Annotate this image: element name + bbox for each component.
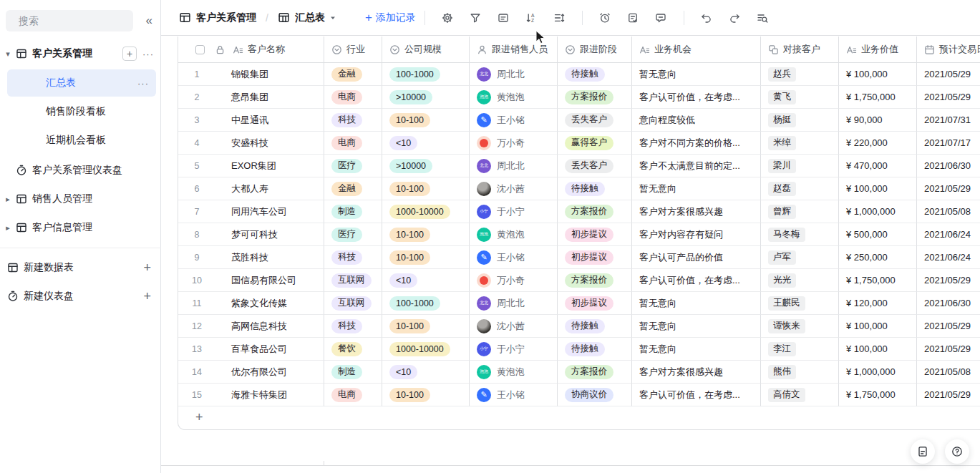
add-row-button[interactable]: + — [178, 406, 980, 429]
opportunity-cell[interactable]: 客户不太满意目前的定... — [632, 155, 761, 177]
contact-cell[interactable]: 马冬梅 — [761, 223, 839, 246]
customer-name-cell[interactable]: 2意昂集团 — [178, 86, 324, 109]
industry-cell[interactable]: 互联网 — [324, 292, 382, 315]
stage-cell[interactable]: 待接触 — [558, 338, 632, 361]
company-size-cell[interactable]: <10 — [382, 269, 470, 292]
industry-cell[interactable]: 餐饮 — [324, 338, 382, 361]
deal-date-cell[interactable]: 2021/05/29 — [917, 338, 980, 361]
new-dashboard-button[interactable]: 新建仪表盘 + — [0, 282, 161, 311]
view-more-icon[interactable]: ··· — [137, 78, 149, 89]
business-value-cell[interactable]: ¥ 220,000 — [839, 132, 917, 155]
customer-name-cell[interactable]: 5EXOR集团 — [178, 155, 324, 177]
deal-date-cell[interactable]: 2021/07/17 — [917, 132, 980, 155]
customer-name-cell[interactable]: 14优尔有限公司 — [178, 361, 324, 384]
business-value-cell[interactable]: ¥ 1,750,000 — [839, 269, 917, 292]
industry-cell[interactable]: 医疗 — [324, 223, 382, 246]
contact-cell[interactable]: 光光 — [761, 269, 839, 292]
salesperson-cell[interactable]: 泡泡黄泡泡 — [470, 223, 558, 246]
sidebar-view-item[interactable]: 近期机会看板 — [7, 127, 156, 154]
undo-icon[interactable] — [701, 12, 712, 24]
industry-cell[interactable]: 电商 — [324, 132, 382, 155]
stage-cell[interactable]: 方案报价 — [558, 200, 632, 223]
salesperson-cell[interactable]: 万小奇 — [470, 132, 558, 155]
customer-name-cell[interactable]: 6大都人寿 — [178, 177, 324, 200]
contact-cell[interactable]: 卢军 — [761, 246, 839, 269]
redo-icon[interactable] — [729, 12, 740, 24]
stage-cell[interactable]: 方案报价 — [558, 361, 632, 384]
column-header[interactable]: 行业 — [324, 36, 382, 63]
contact-cell[interactable]: 黄飞 — [761, 86, 839, 109]
industry-cell[interactable]: 金融 — [324, 177, 382, 200]
business-value-cell[interactable]: ¥ 100,000 — [839, 63, 917, 86]
business-value-cell[interactable]: ¥ 120,000 — [839, 292, 917, 315]
select-all-checkbox[interactable] — [195, 45, 205, 54]
salesperson-cell[interactable]: ✎王小铭 — [470, 384, 558, 406]
opportunity-cell[interactable]: 暂无意向 — [632, 63, 761, 86]
company-size-cell[interactable]: 1000-10000 — [382, 200, 470, 223]
sidebar-view-item[interactable]: 汇总表 ··· — [7, 69, 156, 97]
opportunity-cell[interactable]: 客户对内容存有疑问 — [632, 223, 761, 246]
column-header[interactable]: 预计交易日期 — [917, 36, 980, 63]
deal-date-cell[interactable]: 2021/05/29 — [917, 269, 980, 292]
deal-date-cell[interactable]: 2021/05/29 — [917, 384, 980, 406]
workspace-row[interactable]: ▾ 客户关系管理 + ··· — [0, 39, 161, 68]
filter-icon[interactable] — [470, 12, 481, 24]
deal-date-cell[interactable]: 2021/07/31 — [917, 109, 980, 132]
deal-date-cell[interactable]: 2021/06/30 — [917, 292, 980, 315]
stage-cell[interactable]: 赢得客户 — [558, 132, 632, 155]
stage-cell[interactable]: 待接触 — [558, 315, 632, 338]
salesperson-cell[interactable]: 万小奇 — [470, 269, 558, 292]
column-header[interactable]: 公司规模 — [382, 36, 470, 63]
salesperson-cell[interactable]: 北北周北北 — [470, 63, 558, 86]
company-size-cell[interactable]: 100-1000 — [382, 292, 470, 315]
stage-cell[interactable]: 初步提议 — [558, 292, 632, 315]
column-header[interactable]: 跟进阶段 — [558, 36, 632, 63]
view-switcher-caret-icon[interactable] — [329, 14, 336, 21]
add-view-button[interactable]: + — [122, 47, 137, 61]
opportunity-cell[interactable]: 客户认可价值，在考虑... — [632, 269, 761, 292]
customer-name-cell[interactable]: 4安盛科技 — [178, 132, 324, 155]
customer-name-cell[interactable]: 8梦可可科技 — [178, 223, 324, 246]
customer-name-cell[interactable]: 3中星通讯 — [178, 109, 324, 132]
collapsed-caret-icon[interactable]: ▸ — [0, 195, 16, 204]
industry-cell[interactable]: 电商 — [324, 384, 382, 406]
settings-gear-icon[interactable] — [442, 12, 453, 24]
workspace-more-icon[interactable]: ··· — [142, 49, 154, 59]
help-button[interactable] — [945, 439, 969, 464]
plus-icon[interactable]: + — [143, 289, 151, 304]
company-size-cell[interactable]: <10 — [382, 361, 470, 384]
deal-date-cell[interactable]: 2021/05/29 — [917, 63, 980, 86]
customer-name-cell[interactable]: 1锦银集团 — [178, 63, 324, 86]
contact-cell[interactable]: 谭恢来 — [761, 315, 839, 338]
industry-cell[interactable]: 制造 — [324, 361, 382, 384]
stage-cell[interactable]: 初步提议 — [558, 246, 632, 269]
business-value-cell[interactable]: ¥ 100,000 — [839, 177, 917, 200]
customer-name-cell[interactable]: 15海雅卡特集团 — [178, 384, 324, 406]
contact-cell[interactable]: 王麒民 — [761, 292, 839, 315]
company-size-cell[interactable]: <10 — [382, 132, 470, 155]
business-value-cell[interactable]: ¥ 470,000 — [839, 155, 917, 177]
new-table-button[interactable]: 新建数据表 + — [0, 253, 161, 282]
deal-date-cell[interactable]: 2021/06/30 — [917, 155, 980, 177]
contact-cell[interactable]: 高倩文 — [761, 384, 839, 406]
sidebar-collapse-icon[interactable]: « — [146, 11, 152, 30]
sort-icon[interactable]: AZ — [525, 12, 537, 24]
salesperson-cell[interactable]: 泡泡黄泡泡 — [470, 361, 558, 384]
column-header[interactable]: 对接客户 — [761, 36, 839, 63]
company-size-cell[interactable]: >10000 — [382, 155, 470, 177]
column-header[interactable]: 业务机会 — [632, 36, 761, 63]
salesperson-cell[interactable]: ✎王小铭 — [470, 109, 558, 132]
sidebar-view-item[interactable]: 销售阶段看板 — [7, 98, 156, 125]
company-size-cell[interactable]: 100-1000 — [382, 63, 470, 86]
sidebar-item-dashboard[interactable]: 客户关系管理仪表盘 — [0, 156, 161, 185]
stage-cell[interactable]: 方案报价 — [558, 269, 632, 292]
stage-cell[interactable]: 方案报价 — [558, 86, 632, 109]
comment-icon[interactable] — [655, 12, 666, 24]
business-value-cell[interactable]: ¥ 1,750,000 — [839, 384, 917, 406]
business-value-cell[interactable]: ¥ 90,000 — [839, 109, 917, 132]
plus-icon[interactable]: + — [143, 260, 151, 275]
opportunity-cell[interactable]: 客户对方案很感兴趣 — [632, 200, 761, 223]
deal-date-cell[interactable]: 2021/05/29 — [917, 177, 980, 200]
industry-cell[interactable]: 科技 — [324, 246, 382, 269]
business-value-cell[interactable]: ¥ 500,000 — [839, 223, 917, 246]
